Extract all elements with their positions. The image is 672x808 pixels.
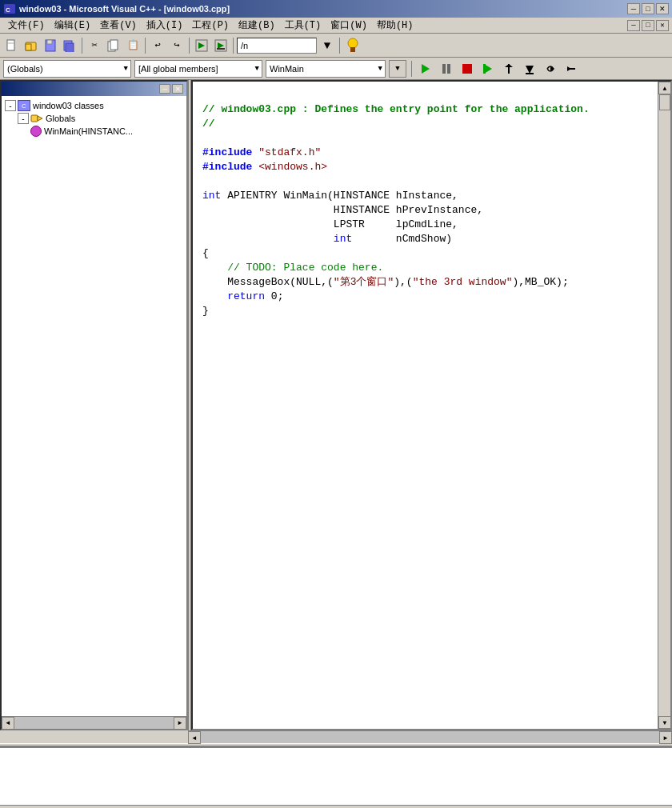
menu-window[interactable]: 窗口(W) — [326, 17, 372, 34]
paste-button[interactable]: 📋 — [124, 37, 142, 54]
debug-btn7[interactable] — [542, 60, 559, 78]
debug-btn5[interactable] — [500, 60, 518, 78]
maximize-button[interactable]: □ — [642, 3, 654, 14]
classview-title-bar: ─ ✕ — [2, 82, 186, 96]
wizard-button[interactable] — [343, 37, 361, 54]
svg-rect-24 — [483, 64, 486, 74]
menu-file[interactable]: 文件(F) — [3, 17, 50, 34]
menu-bar: 文件(F) 编辑(E) 查看(V) 插入(I) 工程(P) 组建(B) 工具(T… — [3, 17, 627, 34]
tree-root-icon: C — [18, 100, 30, 111]
redo-button[interactable]: ↪ — [168, 37, 186, 54]
svg-rect-5 — [26, 44, 31, 50]
build2-button[interactable] — [212, 37, 230, 54]
svg-rect-18 — [350, 47, 355, 52]
editor-scroll-track-v — [658, 94, 670, 716]
new-button[interactable] — [3, 37, 21, 54]
inner-menu-bar: 文件(F) 编辑(E) 查看(V) 插入(I) 工程(P) 组建(B) 工具(T… — [0, 18, 672, 34]
save-button[interactable] — [42, 37, 59, 54]
classview-minimize[interactable]: ─ — [159, 84, 170, 94]
open-button[interactable] — [22, 37, 40, 54]
tree-winmain-label: WinMain(HINSTANC... — [44, 126, 133, 136]
members-dropdown-arrow[interactable]: ▼ — [253, 65, 262, 73]
toolbar-sep-2 — [145, 38, 146, 54]
svg-rect-7 — [47, 40, 52, 44]
output-panel: ◄►组建调试在文件1中查找在文件2中查找结果 — [0, 746, 672, 808]
editor-container: // window03.cpp : Defines the entry poin… — [193, 82, 658, 729]
window-title: window03 - Microsoft Visual C++ - [windo… — [19, 4, 627, 14]
main-area: ─ ✕ - C window03 classes - Globals — [0, 80, 672, 730]
save-all-button[interactable] — [61, 37, 78, 54]
left-scroll-right[interactable]: ► — [174, 717, 186, 730]
undo-button[interactable]: ↩ — [149, 37, 166, 54]
svg-marker-33 — [38, 116, 42, 121]
menu-edit[interactable]: 编辑(E) — [50, 17, 96, 34]
close-button[interactable]: ✕ — [656, 3, 669, 14]
editor-scroll-down[interactable]: ▼ — [658, 716, 671, 729]
title-buttons: ─ □ ✕ — [627, 3, 669, 14]
left-panel-hscroll: ◄ ► — [2, 716, 186, 729]
classview-close[interactable]: ✕ — [172, 84, 183, 94]
toolbar-sep-4 — [233, 38, 234, 54]
debug-btn6[interactable] — [521, 60, 538, 78]
find-input[interactable] — [237, 38, 317, 54]
title-bar: C window03 - Microsoft Visual C++ - [win… — [0, 0, 672, 18]
left-scroll-left[interactable]: ◄ — [2, 717, 14, 730]
tree-root[interactable]: - C window03 classes — [5, 99, 183, 112]
menu-view[interactable]: 查看(V) — [95, 17, 142, 34]
svg-point-17 — [348, 38, 358, 48]
editor-scroll-thumb-v[interactable] — [659, 94, 670, 110]
debug-btn8[interactable] — [562, 60, 580, 78]
svg-marker-26 — [505, 64, 513, 67]
globals-dropdown-arrow[interactable]: ▼ — [122, 65, 130, 73]
tree-globals[interactable]: - Globals — [18, 112, 183, 125]
app-icon: C — [3, 2, 16, 15]
class-tree: - C window03 classes - Globals WinMain(H… — [2, 96, 186, 716]
svg-rect-32 — [31, 115, 38, 122]
output-tabs: ◄►组建调试在文件1中查找在文件2中查找结果 — [0, 805, 672, 808]
editor-scroll-up[interactable]: ▲ — [658, 82, 671, 94]
tree-globals-label: Globals — [46, 114, 75, 123]
nav-sep-1 — [411, 61, 412, 77]
inner-restore-button[interactable]: □ — [642, 20, 654, 31]
menu-insert[interactable]: 插入(I) — [142, 17, 188, 34]
svg-marker-31 — [567, 66, 571, 71]
code-editor[interactable]: // window03.cpp : Defines the entry poin… — [193, 82, 658, 729]
editor-scroll-right[interactable]: ► — [659, 731, 672, 744]
winmain-combo[interactable]: WinMain ▼ — [266, 60, 386, 78]
toolbar-sep-1 — [82, 38, 82, 54]
svg-text:C: C — [6, 6, 10, 14]
find-dropdown[interactable]: ▼ — [318, 37, 336, 54]
editor-scroll-left[interactable]: ◄ — [188, 731, 201, 744]
debug-btn4[interactable] — [479, 60, 497, 78]
debug-btn2[interactable] — [438, 60, 455, 78]
tree-winmain[interactable]: WinMain(HINSTANC... — [30, 125, 183, 138]
nav-dropdown-button[interactable]: ▼ — [389, 60, 406, 78]
toolbar-sep-3 — [189, 38, 190, 54]
copy-button[interactable] — [105, 37, 122, 54]
tree-expand-root[interactable]: - — [5, 100, 16, 111]
members-combo[interactable]: [All global members] ▼ — [134, 60, 262, 78]
inner-minimize-button[interactable]: ─ — [627, 20, 640, 31]
menu-tools[interactable]: 工具(T) — [280, 17, 326, 34]
globals-combo[interactable]: (Globals) ▼ — [3, 60, 131, 78]
debug-btn3[interactable] — [458, 60, 476, 78]
build-button[interactable] — [193, 37, 210, 54]
menu-help[interactable]: 帮助(H) — [372, 17, 418, 34]
menu-build[interactable]: 组建(B) — [234, 17, 280, 34]
left-scroll-track — [14, 717, 174, 729]
tree-expand-globals[interactable]: - — [18, 113, 29, 124]
classview-title-buttons: ─ ✕ — [159, 84, 183, 94]
minimize-button[interactable]: ─ — [627, 3, 640, 14]
menu-project[interactable]: 工程(P) — [187, 17, 234, 34]
output-content — [0, 748, 672, 805]
svg-marker-27 — [526, 66, 534, 74]
toolbar: ✂ 📋 ↩ ↪ ▼ — [0, 34, 672, 58]
inner-close-button[interactable]: ✕ — [656, 20, 669, 31]
svg-rect-22 — [462, 64, 472, 74]
winmain-dropdown-arrow[interactable]: ▼ — [376, 65, 385, 73]
svg-rect-2 — [7, 40, 14, 50]
editor-hscroll-bar: ◄ ► — [188, 730, 672, 743]
debug-btn1[interactable] — [417, 60, 434, 78]
svg-marker-19 — [422, 64, 430, 74]
cut-button[interactable]: ✂ — [86, 37, 103, 54]
